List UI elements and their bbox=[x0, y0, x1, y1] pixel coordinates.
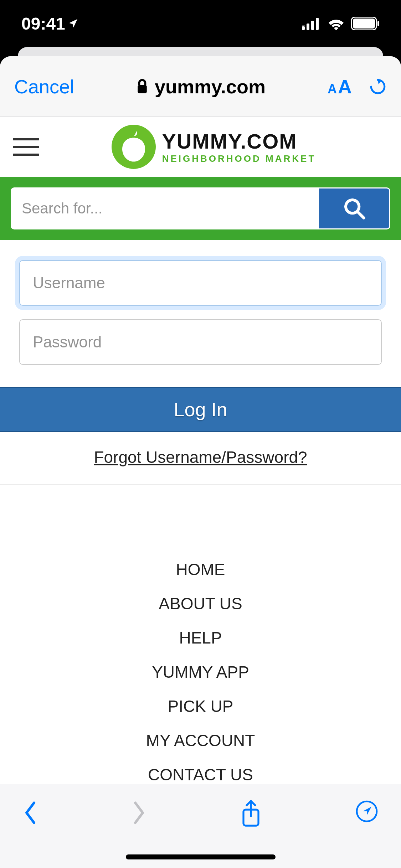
site-header: YUMMY.COM NEIGHBORHOOD MARKET bbox=[0, 117, 401, 177]
search-input[interactable] bbox=[12, 188, 319, 228]
webpage-content: YUMMY.COM NEIGHBORHOOD MARKET Log In bbox=[0, 117, 401, 868]
text-size-button[interactable]: AA bbox=[328, 76, 352, 98]
login-form: Log In Forgot Username/Password? HOME AB… bbox=[0, 240, 401, 792]
logo-subtitle: NEIGHBORHOOD MARKET bbox=[162, 153, 316, 164]
svg-rect-8 bbox=[138, 85, 147, 93]
svg-rect-3 bbox=[316, 18, 319, 30]
address-center[interactable]: yummy.com bbox=[74, 76, 328, 98]
status-bar: 09:41 bbox=[0, 0, 401, 47]
battery-icon bbox=[351, 17, 380, 30]
aa-small: A bbox=[328, 82, 337, 97]
footer-link-about[interactable]: ABOUT US bbox=[19, 587, 382, 621]
address-domain: yummy.com bbox=[155, 76, 266, 98]
footer-link-help[interactable]: HELP bbox=[19, 621, 382, 655]
footer-link-account[interactable]: MY ACCOUNT bbox=[19, 723, 382, 758]
address-right: AA bbox=[328, 76, 387, 98]
footer-nav: HOME ABOUT US HELP YUMMY APP PICK UP MY … bbox=[19, 485, 382, 792]
menu-button[interactable] bbox=[13, 138, 39, 156]
reload-icon[interactable] bbox=[369, 77, 387, 97]
password-field[interactable] bbox=[19, 319, 382, 365]
svg-rect-1 bbox=[307, 24, 309, 30]
search-box bbox=[11, 187, 390, 229]
search-button[interactable] bbox=[319, 187, 390, 229]
footer-link-pickup[interactable]: PICK UP bbox=[19, 689, 382, 723]
svg-rect-0 bbox=[302, 26, 305, 30]
login-button[interactable]: Log In bbox=[0, 387, 401, 432]
wifi-icon bbox=[327, 17, 345, 30]
forgot-link-wrap: Forgot Username/Password? bbox=[0, 432, 401, 485]
svg-rect-2 bbox=[311, 21, 314, 30]
forgot-password-link[interactable]: Forgot Username/Password? bbox=[94, 448, 307, 466]
site-logo[interactable]: YUMMY.COM NEIGHBORHOOD MARKET bbox=[39, 125, 388, 169]
logo-mark bbox=[112, 125, 156, 169]
footer-link-app[interactable]: YUMMY APP bbox=[19, 655, 382, 689]
aa-big: A bbox=[338, 76, 352, 98]
address-bar: Cancel yummy.com AA bbox=[0, 56, 401, 117]
location-icon bbox=[68, 18, 79, 29]
svg-line-10 bbox=[357, 211, 364, 218]
svg-rect-7 bbox=[377, 21, 379, 26]
logo-text: YUMMY.COM NEIGHBORHOOD MARKET bbox=[162, 129, 316, 164]
svg-marker-14 bbox=[363, 805, 374, 815]
logo-title: YUMMY.COM bbox=[162, 129, 316, 153]
back-button[interactable] bbox=[23, 800, 38, 827]
footer-link-home[interactable]: HOME bbox=[19, 552, 382, 587]
status-icons bbox=[302, 17, 380, 30]
home-indicator[interactable] bbox=[126, 854, 276, 859]
signal-icon bbox=[302, 17, 321, 30]
browser-sheet: Cancel yummy.com AA bbox=[0, 56, 401, 868]
status-time-text: 09:41 bbox=[21, 14, 65, 33]
share-button[interactable] bbox=[240, 800, 262, 829]
search-bar bbox=[0, 177, 401, 240]
cancel-button[interactable]: Cancel bbox=[14, 76, 74, 98]
safari-tabs-button[interactable] bbox=[355, 800, 378, 824]
username-field[interactable] bbox=[19, 260, 382, 306]
background-tab-peek bbox=[18, 47, 383, 56]
status-time: 09:41 bbox=[21, 14, 79, 33]
forward-button bbox=[132, 800, 146, 827]
search-icon bbox=[343, 197, 366, 220]
svg-rect-6 bbox=[353, 19, 375, 29]
apple-icon bbox=[119, 131, 148, 163]
svg-rect-4 bbox=[302, 25, 305, 26]
lock-icon bbox=[136, 79, 148, 94]
